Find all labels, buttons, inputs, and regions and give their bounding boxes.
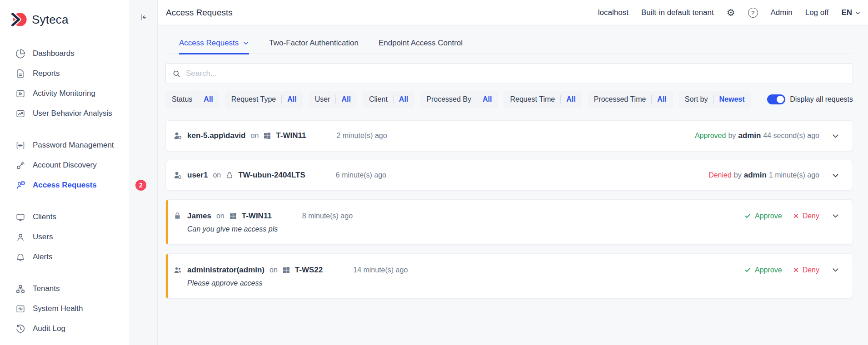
svg-text:?: ? bbox=[22, 181, 24, 184]
request-list: ken-5.app\davidonT-WIN112 minute(s) agoA… bbox=[165, 120, 853, 299]
filter-label: Processed By bbox=[426, 95, 471, 104]
logoff-button[interactable]: Log off bbox=[805, 8, 829, 17]
sidebar-menu: DashboardsReportsActivity MonitoringUser… bbox=[0, 44, 130, 339]
display-all-toggle[interactable]: Display all requests bbox=[767, 94, 853, 104]
filter-value[interactable]: All bbox=[399, 95, 408, 104]
on-label: on bbox=[250, 132, 259, 140]
filter-value[interactable]: All bbox=[287, 95, 296, 104]
account-discovery-icon bbox=[15, 160, 26, 171]
status-label: Approved bbox=[695, 132, 726, 140]
filter-divider bbox=[560, 95, 561, 104]
request-time: 6 minute(s) ago bbox=[336, 171, 386, 179]
password-management-icon bbox=[15, 140, 26, 151]
search-icon bbox=[172, 69, 181, 78]
chevron-down-icon bbox=[855, 10, 861, 16]
request-actions: ApproveDeny bbox=[744, 211, 841, 221]
sidebar-item-label: Alerts bbox=[33, 252, 52, 261]
windows-icon bbox=[229, 212, 237, 220]
filter-divider bbox=[393, 95, 394, 104]
tab-access-requests[interactable]: Access Requests bbox=[179, 39, 249, 54]
approve-button[interactable]: Approve bbox=[744, 212, 782, 220]
admin-menu[interactable]: Admin bbox=[771, 8, 793, 17]
topbar: Access Requests localhost Built-in defau… bbox=[158, 0, 868, 26]
request-message: Please approve access bbox=[187, 279, 841, 287]
search-input[interactable] bbox=[186, 69, 846, 78]
filter-label: User bbox=[315, 95, 330, 104]
sidebar-item-account-discovery[interactable]: Account Discovery bbox=[0, 155, 130, 175]
filter-chip-client[interactable]: ClientAll bbox=[363, 91, 414, 108]
sidebar-item-alerts[interactable]: Alerts bbox=[0, 247, 130, 267]
filter-chip-request-time[interactable]: Request TimeAll bbox=[504, 91, 582, 108]
filter-value[interactable]: All bbox=[566, 95, 575, 104]
filter-chip-status[interactable]: StatusAll bbox=[165, 91, 219, 108]
help-icon[interactable]: ? bbox=[748, 8, 758, 18]
sidebar-item-label: Activity Monitoring bbox=[33, 89, 95, 98]
filter-divider bbox=[198, 95, 198, 104]
brand-name: Syteca bbox=[32, 13, 69, 27]
deny-button[interactable]: Deny bbox=[793, 266, 819, 274]
expand-request-button[interactable] bbox=[830, 170, 841, 181]
toggle-switch[interactable] bbox=[767, 94, 785, 104]
filter-chip-processed-time[interactable]: Processed TimeAll bbox=[588, 91, 673, 108]
tab-endpoint-access-control[interactable]: Endpoint Access Control bbox=[379, 39, 463, 54]
cross-icon bbox=[793, 267, 799, 273]
filter-value[interactable]: Newest bbox=[719, 95, 745, 104]
sidebar-item-password-management[interactable]: Password Management bbox=[0, 135, 130, 155]
expand-request-button[interactable] bbox=[830, 131, 841, 141]
filter-chip-processed-by[interactable]: Processed ByAll bbox=[420, 91, 498, 108]
filter-value[interactable]: All bbox=[483, 95, 492, 104]
sidebar-item-activity-monitoring[interactable]: Activity Monitoring bbox=[0, 84, 130, 104]
sidebar-item-reports[interactable]: Reports bbox=[0, 64, 130, 84]
users-two-icon bbox=[173, 266, 182, 275]
sidebar-item-user-behavior[interactable]: User Behavior Analysis bbox=[0, 104, 130, 123]
status-label: Denied bbox=[708, 171, 732, 179]
users-icon bbox=[15, 232, 26, 242]
filter-chip-sort-by[interactable]: Sort byNewest bbox=[678, 91, 751, 108]
request-actions: Approvedbyadmin44 second(s) ago bbox=[695, 131, 841, 141]
sidebar-item-tenants[interactable]: Tenants bbox=[0, 279, 130, 299]
language-selector[interactable]: EN bbox=[841, 8, 861, 17]
sidebar-item-dashboards[interactable]: Dashboards bbox=[0, 44, 130, 64]
filter-value[interactable]: All bbox=[657, 95, 666, 104]
deny-label: Deny bbox=[803, 212, 819, 220]
host-label: localhost bbox=[598, 8, 629, 17]
tab-two-factor-authentication[interactable]: Two-Factor Authentication bbox=[269, 39, 359, 54]
approve-button[interactable]: Approve bbox=[744, 266, 782, 274]
expand-request-button[interactable] bbox=[830, 211, 841, 221]
check-icon bbox=[744, 212, 751, 219]
user-shield-icon bbox=[173, 131, 182, 140]
request-time: 8 minute(s) ago bbox=[302, 212, 353, 220]
sidebar-item-audit-log[interactable]: Audit Log bbox=[0, 319, 130, 339]
sidebar-item-clients[interactable]: Clients bbox=[0, 207, 130, 227]
sidebar-item-access-requests[interactable]: ?Access Requests2 bbox=[0, 175, 130, 195]
filter-value[interactable]: All bbox=[204, 95, 213, 104]
filter-chips: StatusAllRequest TypeAllUserAllClientAll… bbox=[165, 91, 751, 108]
activity-monitoring-icon bbox=[15, 89, 26, 99]
expand-request-button[interactable] bbox=[830, 265, 841, 275]
approve-label: Approve bbox=[755, 212, 782, 220]
logo: Syteca bbox=[0, 0, 130, 28]
sidebar-item-label: Account Discovery bbox=[33, 161, 97, 170]
request-card: ken-5.app\davidonT-WIN112 minute(s) agoA… bbox=[165, 120, 853, 151]
sidebar-item-label: Clients bbox=[33, 212, 56, 222]
request-time: 14 minute(s) ago bbox=[353, 266, 408, 274]
requester-name: administrator(admin) bbox=[187, 266, 264, 275]
filter-value[interactable]: All bbox=[341, 95, 350, 104]
lock-icon bbox=[173, 212, 182, 221]
chevron-down-icon bbox=[831, 212, 840, 220]
gear-icon[interactable]: ⚙ bbox=[727, 8, 735, 18]
sidebar-collapse-icon[interactable] bbox=[138, 12, 149, 23]
filter-chip-user[interactable]: UserAll bbox=[309, 91, 357, 108]
sidebar-item-system-health[interactable]: System Health bbox=[0, 299, 130, 319]
windows-icon bbox=[283, 266, 290, 274]
sidebar-item-users[interactable]: Users bbox=[0, 227, 130, 247]
deny-button[interactable]: Deny bbox=[793, 212, 819, 220]
sidebar-item-label: Reports bbox=[33, 69, 60, 78]
alerts-icon bbox=[15, 252, 26, 262]
user-behavior-icon bbox=[15, 108, 26, 119]
filter-chip-request-type[interactable]: Request TypeAll bbox=[225, 91, 303, 108]
chevron-down-icon bbox=[831, 171, 840, 180]
client-name: T-WIN11 bbox=[276, 131, 306, 140]
tab-label: Access Requests bbox=[179, 39, 239, 48]
request-row: user1onTW-ubun-2404LTS6 minute(s) agoDen… bbox=[173, 170, 841, 181]
